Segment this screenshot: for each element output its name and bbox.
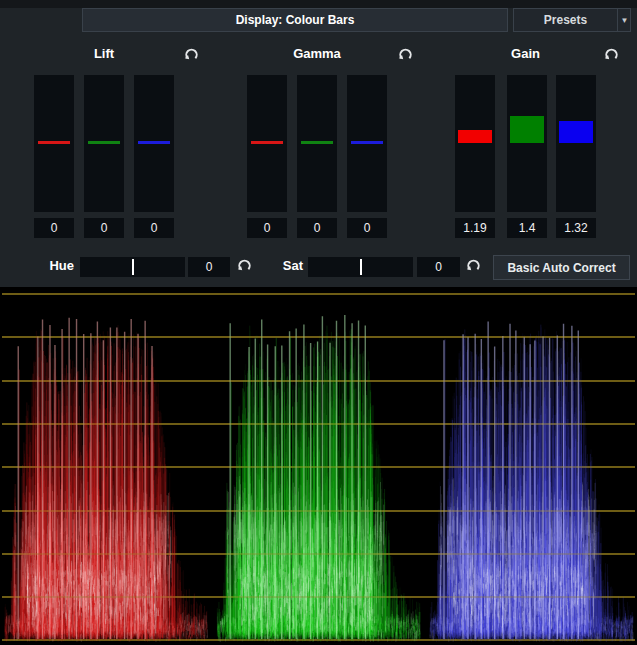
sat-value[interactable]: 0 bbox=[417, 257, 460, 277]
lift-green-slider[interactable] bbox=[84, 75, 124, 212]
gamma-reset-icon[interactable] bbox=[397, 46, 414, 63]
slider-indicator bbox=[458, 130, 492, 143]
gain-red-slider[interactable] bbox=[455, 75, 495, 212]
gamma-header: Gamma bbox=[247, 46, 387, 62]
sat-slider[interactable] bbox=[308, 257, 413, 277]
slider-indicator bbox=[351, 141, 383, 144]
hue-value[interactable]: 0 bbox=[188, 257, 230, 277]
hue-label: Hue bbox=[38, 255, 74, 277]
gain-green-value[interactable]: 1.4 bbox=[507, 218, 547, 238]
sat-reset-icon[interactable] bbox=[465, 257, 482, 274]
waveform-scope bbox=[0, 287, 637, 645]
slider-indicator bbox=[301, 141, 333, 144]
sat-label: Sat bbox=[270, 255, 303, 277]
display-mode-button[interactable]: Display: Colour Bars bbox=[82, 8, 508, 32]
basic-auto-correct-button[interactable]: Basic Auto Correct bbox=[493, 255, 630, 280]
gain-green-slider[interactable] bbox=[507, 75, 547, 212]
slider-indicator bbox=[38, 141, 70, 144]
gain-red-value[interactable]: 1.19 bbox=[455, 218, 495, 238]
lift-header: Lift bbox=[34, 46, 174, 62]
gain-blue-slider[interactable] bbox=[556, 75, 596, 212]
presets-label: Presets bbox=[514, 9, 617, 31]
slider-indicator bbox=[510, 116, 544, 143]
slider-indicator bbox=[559, 121, 593, 143]
colour-correct-panel: Display: Colour Bars Presets ▼ Lift Gamm… bbox=[0, 0, 637, 645]
chevron-down-icon[interactable]: ▼ bbox=[618, 9, 631, 31]
sat-slider-handle[interactable] bbox=[360, 259, 362, 275]
top-strip bbox=[0, 0, 637, 8]
gain-blue-value[interactable]: 1.32 bbox=[556, 218, 596, 238]
display-mode-label: Display: Colour Bars bbox=[236, 13, 355, 27]
gamma-red-value[interactable]: 0 bbox=[247, 218, 287, 238]
hue-slider[interactable] bbox=[80, 257, 185, 277]
lift-red-slider[interactable] bbox=[34, 75, 74, 212]
slider-indicator bbox=[138, 141, 170, 144]
gamma-green-value[interactable]: 0 bbox=[297, 218, 337, 238]
gamma-green-slider[interactable] bbox=[297, 75, 337, 212]
gain-header: Gain bbox=[455, 46, 596, 62]
hue-reset-icon[interactable] bbox=[236, 257, 253, 274]
hue-slider-handle[interactable] bbox=[132, 259, 134, 275]
lift-blue-value[interactable]: 0 bbox=[134, 218, 174, 238]
lift-green-value[interactable]: 0 bbox=[84, 218, 124, 238]
lift-red-value[interactable]: 0 bbox=[34, 218, 74, 238]
presets-button[interactable]: Presets ▼ bbox=[513, 8, 631, 32]
gain-reset-icon[interactable] bbox=[603, 46, 620, 63]
gamma-blue-slider[interactable] bbox=[347, 75, 387, 212]
gamma-blue-value[interactable]: 0 bbox=[347, 218, 387, 238]
slider-indicator bbox=[88, 141, 120, 144]
slider-indicator bbox=[251, 141, 283, 144]
lift-reset-icon[interactable] bbox=[183, 46, 200, 63]
gamma-red-slider[interactable] bbox=[247, 75, 287, 212]
lift-blue-slider[interactable] bbox=[134, 75, 174, 212]
